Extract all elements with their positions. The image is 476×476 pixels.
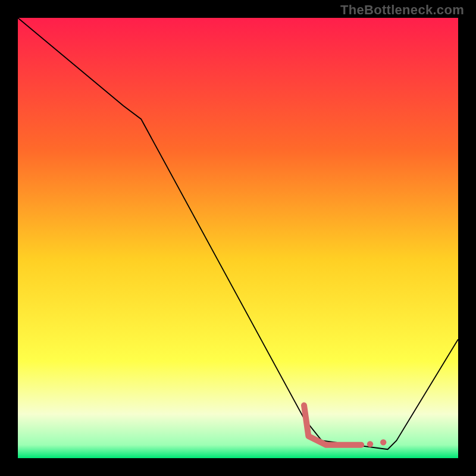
gradient-background [18,18,458,458]
chart-frame: TheBottleneck.com [0,0,476,476]
optimal-marker-dot [380,439,386,445]
plot-area [18,18,458,458]
optimal-marker-dot [367,441,373,447]
watermark-text: TheBottleneck.com [340,2,464,18]
plot-svg [18,18,458,458]
